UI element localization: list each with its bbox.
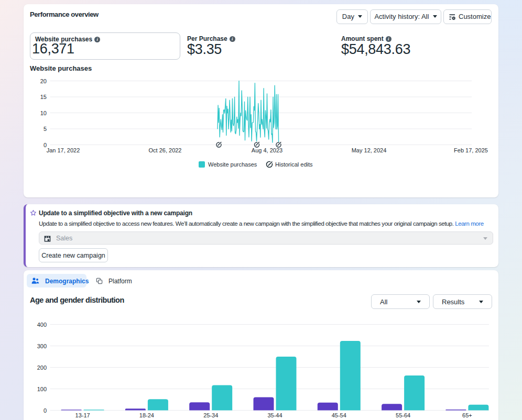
svg-text:5: 5 — [44, 126, 47, 132]
svg-text:400: 400 — [37, 322, 47, 328]
svg-text:13-17: 13-17 — [75, 412, 90, 418]
svg-text:15: 15 — [40, 94, 47, 100]
svg-text:0: 0 — [44, 407, 47, 414]
svg-text:300: 300 — [37, 343, 47, 349]
svg-text:35-44: 35-44 — [267, 412, 282, 418]
svg-text:25-34: 25-34 — [203, 412, 218, 418]
svg-text:10: 10 — [40, 110, 47, 116]
svg-text:200: 200 — [37, 364, 47, 371]
svg-text:20: 20 — [40, 78, 47, 84]
svg-text:100: 100 — [37, 386, 47, 392]
svg-text:45-54: 45-54 — [332, 412, 346, 418]
svg-text:18-24: 18-24 — [139, 412, 154, 418]
svg-text:Aug 4, 2023: Aug 4, 2023 — [252, 147, 282, 153]
svg-text:65+: 65+ — [462, 412, 472, 418]
svg-text:55-64: 55-64 — [396, 412, 410, 418]
svg-text:Oct 26, 2022: Oct 26, 2022 — [149, 147, 182, 153]
svg-text:Jan 17, 2022: Jan 17, 2022 — [47, 147, 80, 153]
svg-text:Website purchases: Website purchases — [208, 161, 257, 168]
svg-text:Feb 17, 2025: Feb 17, 2025 — [454, 147, 488, 153]
svg-text:May 12, 2024: May 12, 2024 — [352, 147, 387, 153]
svg-text:Historical edits: Historical edits — [275, 161, 313, 168]
